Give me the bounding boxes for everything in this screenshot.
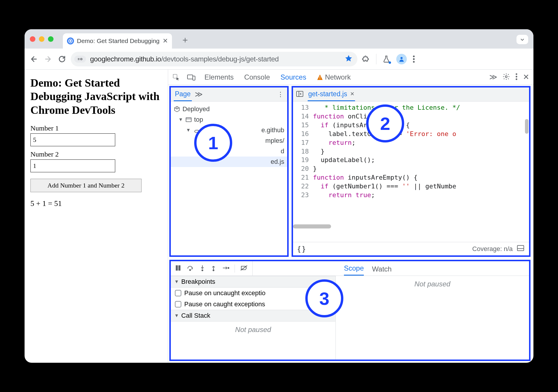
- navigator-page-tab[interactable]: Page: [174, 88, 192, 101]
- tree-file-js[interactable]: ed.js: [171, 157, 287, 167]
- callstack-not-paused: Not paused: [171, 321, 335, 338]
- annotation-badge-1: 1: [194, 124, 232, 162]
- bookmark-star-icon[interactable]: [345, 54, 353, 64]
- address-bar[interactable]: googlechrome.github.io/devtools-samples/…: [71, 52, 357, 66]
- tree-top[interactable]: ▼top: [171, 114, 287, 125]
- code-editor-pane: 2 get-started.js✕ 1314151617181920212223…: [292, 86, 531, 257]
- number2-input[interactable]: [30, 159, 115, 172]
- inspect-icon[interactable]: [172, 73, 180, 81]
- browser-tab[interactable]: Demo: Get Started Debugging ✕: [63, 33, 172, 49]
- svg-point-0: [70, 40, 71, 42]
- svg-rect-18: [186, 118, 191, 122]
- checkbox-icon[interactable]: [175, 301, 181, 307]
- line-gutter: 1314151617181920212223: [293, 102, 313, 242]
- svg-point-27: [202, 270, 203, 271]
- traffic-lights: [30, 36, 54, 42]
- coverage-text: Coverage: n/a: [472, 245, 513, 253]
- tab-network[interactable]: ! Network: [315, 73, 352, 81]
- svg-point-16: [516, 76, 517, 77]
- vertical-scrollbar[interactable]: [525, 119, 528, 134]
- url-text: googlechrome.github.io/devtools-samples/…: [90, 55, 340, 63]
- tab-sources[interactable]: Sources: [279, 73, 308, 81]
- file-tab-close-icon[interactable]: ✕: [350, 91, 354, 97]
- deactivate-breakpoints-icon[interactable]: [240, 264, 248, 273]
- menu-button[interactable]: [413, 55, 415, 63]
- navigator-more-tabs[interactable]: ≫: [195, 90, 203, 99]
- favicon-icon: [67, 37, 74, 44]
- svg-point-9: [413, 61, 415, 63]
- devtools-panel: Elements Console Sources ! Network ≫ ✕ 1: [168, 70, 533, 363]
- svg-point-29: [228, 267, 229, 269]
- svg-point-14: [505, 75, 507, 78]
- svg-point-6: [400, 57, 402, 59]
- scope-not-paused: Not paused: [336, 276, 529, 292]
- watch-tab[interactable]: Watch: [372, 265, 392, 276]
- svg-point-28: [213, 270, 214, 271]
- checkbox-icon[interactable]: [175, 290, 181, 296]
- title-bar: Demo: Get Started Debugging ✕ ＋: [25, 29, 533, 49]
- svg-rect-5: [81, 59, 82, 59]
- svg-rect-11: [187, 75, 193, 79]
- toggle-navigator-icon[interactable]: [296, 90, 304, 99]
- window-close-button[interactable]: [30, 36, 35, 42]
- step-into-icon[interactable]: [199, 264, 205, 273]
- scope-tab[interactable]: Scope: [344, 264, 364, 276]
- step-icon[interactable]: [222, 264, 229, 273]
- tab-overflow-button[interactable]: [516, 35, 528, 44]
- horizontal-scrollbar[interactable]: [293, 224, 331, 228]
- result-text: 5 + 1 = 51: [30, 199, 162, 208]
- svg-point-8: [413, 58, 415, 60]
- window-minimize-button[interactable]: [39, 36, 44, 42]
- tree-deployed[interactable]: Deployed: [171, 104, 287, 114]
- device-toolbar-icon[interactable]: [187, 73, 196, 81]
- svg-point-26: [190, 269, 191, 271]
- site-info-chip[interactable]: [74, 56, 86, 63]
- svg-text:!: !: [319, 76, 321, 80]
- svg-point-7: [413, 55, 415, 57]
- back-button[interactable]: [30, 55, 38, 63]
- toggle-drawer-icon[interactable]: [517, 245, 524, 253]
- devtools-close-icon[interactable]: ✕: [523, 73, 529, 82]
- window-zoom-button[interactable]: [48, 36, 54, 42]
- number1-input[interactable]: [30, 133, 115, 146]
- svg-point-15: [516, 73, 517, 75]
- number2-label: Number 2: [30, 150, 162, 158]
- tab-console[interactable]: Console: [242, 73, 272, 81]
- step-out-icon[interactable]: [211, 264, 216, 273]
- code-area[interactable]: 1314151617181920212223 * limitations und…: [293, 102, 529, 242]
- pretty-print-icon[interactable]: { }: [298, 245, 305, 253]
- pause-icon[interactable]: [175, 264, 181, 273]
- step-over-icon[interactable]: [187, 264, 194, 273]
- reload-button[interactable]: [58, 55, 66, 63]
- tab-elements[interactable]: Elements: [203, 73, 235, 81]
- svg-rect-22: [517, 245, 524, 251]
- labs-icon[interactable]: [382, 55, 390, 63]
- editor-file-tab[interactable]: get-started.js✕: [308, 88, 355, 101]
- settings-icon[interactable]: [502, 73, 510, 82]
- svg-rect-25: [179, 266, 180, 270]
- devtools-menu-icon[interactable]: [515, 73, 518, 82]
- more-tabs-icon[interactable]: ≫: [489, 73, 497, 82]
- new-tab-button[interactable]: ＋: [181, 34, 190, 46]
- forward-button[interactable]: [44, 55, 52, 63]
- toolbar-divider: [376, 54, 376, 64]
- add-button[interactable]: Add Number 1 and Number 2: [30, 179, 142, 192]
- tab-title: Demo: Get Started Debugging: [77, 37, 160, 44]
- browser-window: Demo: Get Started Debugging ✕ ＋ googlech…: [25, 29, 533, 363]
- page-title: Demo: Get Started Debugging JavaScript w…: [30, 76, 162, 117]
- demo-page: Demo: Get Started Debugging JavaScript w…: [25, 70, 168, 363]
- devtools-tab-strip: Elements Console Sources ! Network ≫ ✕: [168, 70, 533, 85]
- svg-rect-3: [78, 59, 80, 60]
- tab-close-button[interactable]: ✕: [163, 37, 168, 45]
- svg-point-17: [516, 78, 517, 80]
- extensions-icon[interactable]: [362, 55, 370, 63]
- svg-rect-12: [193, 76, 195, 80]
- annotation-badge-2: 2: [366, 104, 404, 142]
- content-area: Demo: Get Started Debugging JavaScript w…: [25, 70, 533, 363]
- browser-toolbar: googlechrome.github.io/devtools-samples/…: [25, 49, 533, 70]
- svg-rect-24: [176, 266, 178, 270]
- debugger-pane: 3: [169, 260, 531, 361]
- navigator-pane: 1 Page ≫ ⋮ Deployed ▼top ▼e.github ▼mple…: [169, 86, 289, 257]
- navigator-menu-icon[interactable]: ⋮: [277, 91, 284, 98]
- profile-avatar[interactable]: [396, 54, 407, 64]
